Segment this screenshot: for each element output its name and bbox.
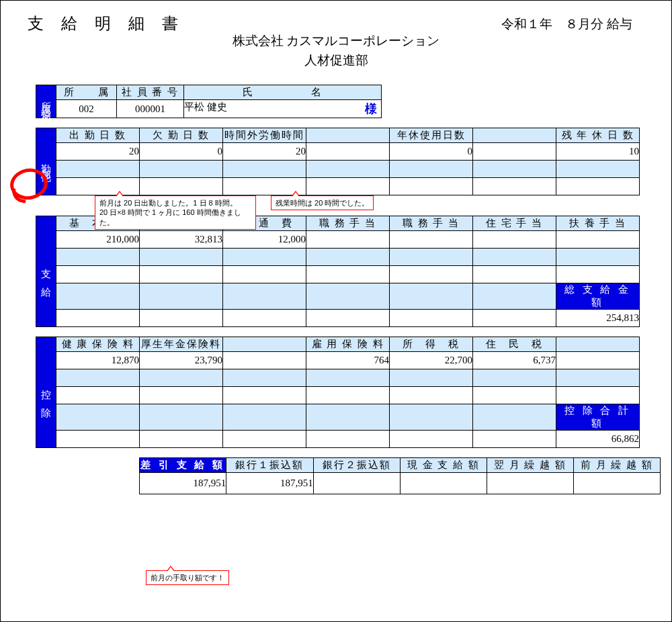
base-salary: 210,000 <box>56 231 140 249</box>
resident-tax: 6,737 <box>473 352 556 369</box>
id-vlabel: 所属指名 <box>36 85 56 118</box>
deduction-vlabel: 控 除 <box>36 337 56 448</box>
deduction-table: 健 康 保 険 料厚生年金保険料 雇 用 保 険 料 所 得 税住 民 税 12… <box>56 337 640 448</box>
callout-netpay: 前月の手取り額です！ <box>146 570 229 585</box>
pension-ins: 23,790 <box>140 352 223 369</box>
commute-allowance: 12,000 <box>223 231 306 249</box>
callout-overtime: 残業時間は 20 時間でした。 <box>271 195 374 210</box>
affiliation: 002 <box>56 100 117 118</box>
payment-vlabel: 支 給 <box>36 216 56 327</box>
overtime-pay: 32,813 <box>140 231 223 249</box>
pay-period: 令和１年 ８月分 給与 <box>501 15 632 33</box>
attendance-table: 出 勤 日 数欠 勤 日 数 時間外労働時間 年休使用日数 残 年 休 日 数 … <box>56 128 640 195</box>
employee-name: 平松 健史 様 <box>184 100 382 118</box>
employee-no: 000001 <box>117 100 184 118</box>
company-block: 株式会社 カスマルコーポレーション 人材促進部 <box>11 32 661 70</box>
total-deduction: 66,862 <box>556 431 640 448</box>
payment-table: 基 本 給時 間 外 手 当 交 通 費職 務 手 当 職 務 手 当住 宅 手… <box>56 216 640 327</box>
net-pay: 187,951 <box>140 473 226 494</box>
doc-title: 支 給 明 細 書 <box>28 13 185 34</box>
work-days: 20 <box>56 143 140 161</box>
income-tax: 22,700 <box>390 352 473 369</box>
gross-pay: 254,813 <box>556 310 640 327</box>
id-table: 所 属 社 員 番 号 氏 名 002 000001 平松 健史 様 <box>56 85 382 118</box>
leave-used: 0 <box>390 143 473 161</box>
employment-ins: 764 <box>306 352 390 369</box>
health-ins: 12,870 <box>56 352 140 369</box>
summary-table: 差 引 支 給 額 銀行１振込額銀行２振込額 現 金 支 給 額翌 月 繰 越 … <box>139 457 661 494</box>
bank1-transfer: 187,951 <box>226 473 313 494</box>
overtime-hours: 20 <box>223 143 306 161</box>
leave-remain: 10 <box>556 143 640 161</box>
absent-days: 0 <box>140 143 223 161</box>
callout-workdays: 前月は 20 日出勤しました。1 日 8 時間。20 日×8 時間で 1 ヶ月に… <box>95 195 256 230</box>
